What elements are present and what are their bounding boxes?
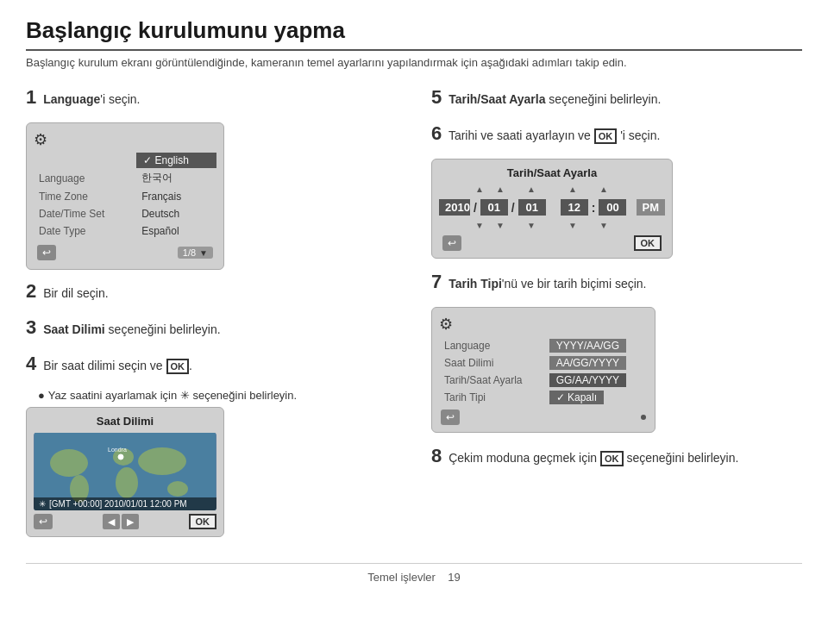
ok-box-6: OK (594, 128, 618, 144)
footer-label: Temel işlevler (367, 571, 436, 584)
datetime-ok-button[interactable]: OK (634, 235, 662, 251)
step-5-text: Tarih/Saat Ayarla seçeneğini belirleyin. (448, 92, 661, 106)
day-up-icon[interactable]: ▲ (523, 184, 540, 194)
svg-point-7 (118, 454, 123, 460)
step-5-number: 5 (431, 86, 442, 109)
month-value[interactable]: 01 (480, 199, 508, 216)
map-back-button[interactable]: ↩ (34, 514, 53, 529)
svg-point-4 (116, 467, 138, 498)
page-number: 1/8 (183, 247, 196, 258)
spacer2 (543, 184, 561, 194)
svg-point-1 (50, 449, 88, 477)
hour-value[interactable]: 12 (561, 199, 588, 216)
step-1-number: 1 (26, 86, 36, 109)
tarih-tipi-row[interactable]: Tarih Tipi ✓ Kapalı (439, 389, 648, 406)
page-title: Başlangıç kurulumunu yapma (26, 17, 802, 51)
map-area: Londra ✳ [GMT +00:00] 2010/01/01 12:00 P… (34, 433, 216, 510)
tarih-back-button[interactable]: ↩ (441, 410, 460, 425)
step-4-sub: ● Yaz saatini ayarlamak için ✳ seçeneğin… (38, 389, 397, 402)
ampm-value[interactable]: PM (637, 199, 666, 216)
map-ok-button[interactable]: OK (189, 514, 217, 529)
datetime-down-chevrons: ▼ ▼ ▼ ▼ ▼ (439, 221, 665, 230)
page-footer: Temel işlevler 19 (26, 563, 802, 584)
nav-next-button[interactable]: ▶ (122, 514, 139, 529)
minute-value[interactable]: 00 (599, 199, 626, 216)
tarih-datetimeset-value: GG/AA/YYYY (549, 373, 626, 387)
language-label: Language (34, 168, 136, 188)
step-4-number: 4 (26, 353, 36, 375)
ok-box-8: OK (600, 451, 624, 466)
minute-up-icon[interactable]: ▲ (595, 184, 612, 194)
dot-indicator (641, 415, 646, 420)
menu-english-row[interactable]: ✓ English (34, 153, 216, 168)
tarih-datetimeset-row[interactable]: Tarih/Saat Ayarla GG/AA/YYYY (439, 372, 648, 389)
step-1-text: Language'i seçin. (43, 92, 140, 106)
spacer4 (616, 184, 633, 194)
step-4-text: Bir saat dilimi seçin ve OK. (43, 359, 192, 372)
tarih-saatdilimi-value: AA/GG/YYYY (549, 356, 626, 370)
datetime-value: Deutsch (136, 205, 216, 222)
menu-timezone-row[interactable]: Time Zone Français (34, 188, 216, 205)
step-6-text: Tarihi ve saati ayarlayın ve OK 'i seçin… (448, 128, 661, 142)
datetime-label: Date/Time Set (34, 205, 136, 222)
svg-point-5 (138, 447, 186, 475)
step-6-number: 6 (431, 122, 442, 145)
star-icon-map: ✳ (39, 499, 46, 509)
tarih-gear-icon: ⚙ (439, 316, 453, 333)
sep-down-spacer3 (585, 221, 592, 230)
month-up-icon[interactable]: ▲ (492, 184, 509, 194)
step-7-text: Tarih Tipi'nü ve bir tarih biçimi seçin. (448, 277, 646, 291)
nav-prev-button[interactable]: ◀ (103, 514, 120, 529)
svg-text:Londra: Londra (108, 447, 127, 453)
english-selected: ✓ English (136, 153, 216, 168)
step-2-number: 2 (26, 280, 36, 303)
gear-icon: ⚙ (34, 130, 47, 149)
saat-dilimi-panel: Saat Dilimi (26, 407, 224, 537)
tarih-saatdilimi-row[interactable]: Saat Dilimi AA/GG/YYYY (439, 354, 648, 372)
sep-spacer3 (585, 184, 592, 194)
step-6: 6 Tarihi ve saati ayarlayın ve OK 'i seç… (431, 122, 802, 145)
language-back-button[interactable]: ↩ (37, 245, 56, 260)
year-up-icon[interactable]: ▲ (471, 184, 488, 194)
ok-box-4: OK (166, 359, 190, 374)
step-2: 2 Bir dil seçin. (26, 280, 397, 303)
step-8: 8 Çekim moduna geçmek için OK seçeneğini… (431, 445, 802, 467)
panel-title-saat: Saat Dilimi (34, 415, 216, 428)
step-3: 3 Saat Dilimi seçeneğini belirleyin. (26, 316, 397, 339)
datetime-back-button[interactable]: ↩ (442, 235, 461, 251)
step-1: 1 Language'i seçin. (26, 86, 397, 109)
step-8-text: Çekim moduna geçmek için OK seçeneğini b… (448, 451, 738, 465)
tarih-tipi-label: Tarih Tipi (439, 389, 544, 406)
language-value: 한국어 (136, 168, 216, 188)
day-down-icon[interactable]: ▼ (523, 221, 540, 230)
tarih-language-row[interactable]: Language YYYY/AA/GG (439, 337, 648, 354)
tarih-tipi-value: ✓ Kapalı (549, 391, 604, 404)
menu-datetime-row[interactable]: Date/Time Set Deutsch (34, 205, 216, 222)
step-7: 7 Tarih Tipi'nü ve bir tarih biçimi seçi… (431, 271, 802, 293)
menu-datetype-row[interactable]: Date Type Español (34, 222, 216, 240)
chevron-down-icon[interactable]: ▼ (199, 248, 208, 258)
minute-down-icon[interactable]: ▼ (595, 221, 612, 230)
sep3: : (592, 201, 596, 215)
hour-up-icon[interactable]: ▲ (564, 184, 581, 194)
menu-language-row[interactable]: Language 한국어 (34, 168, 216, 188)
year-down-icon[interactable]: ▼ (471, 221, 488, 230)
sep-spacer1 (512, 184, 519, 194)
map-info-bar: ✳ [GMT +00:00] 2010/01/01 12:00 PM (34, 497, 216, 510)
hour-down-icon[interactable]: ▼ (564, 221, 581, 230)
step-4-sub-text: Yaz saatini ayarlamak için ✳ seçeneğini … (48, 389, 297, 402)
year-value[interactable]: 2010 (439, 199, 470, 216)
timezone-label: Time Zone (34, 188, 136, 205)
tarih-datetimeset-label: Tarih/Saat Ayarla (439, 372, 544, 389)
bullet-icon: ● (38, 389, 45, 402)
svg-point-6 (167, 481, 188, 497)
datetype-label: Date Type (34, 222, 136, 240)
day-value[interactable]: 01 (518, 199, 546, 216)
page-subtitle: Başlangıç kurulum ekranı görüntülendiğin… (26, 56, 802, 69)
step-4: 4 Bir saat dilimi seçin ve OK. (26, 353, 397, 375)
spacer-down2 (543, 221, 561, 230)
page-indicator: 1/8 ▼ (178, 247, 213, 259)
tarih-tipi-panel: ⚙ Language YYYY/AA/GG Saat Dilimi AA/GG/… (431, 307, 656, 433)
month-down-icon[interactable]: ▼ (492, 221, 509, 230)
tarih-language-value: YYYY/AA/GG (549, 339, 626, 353)
